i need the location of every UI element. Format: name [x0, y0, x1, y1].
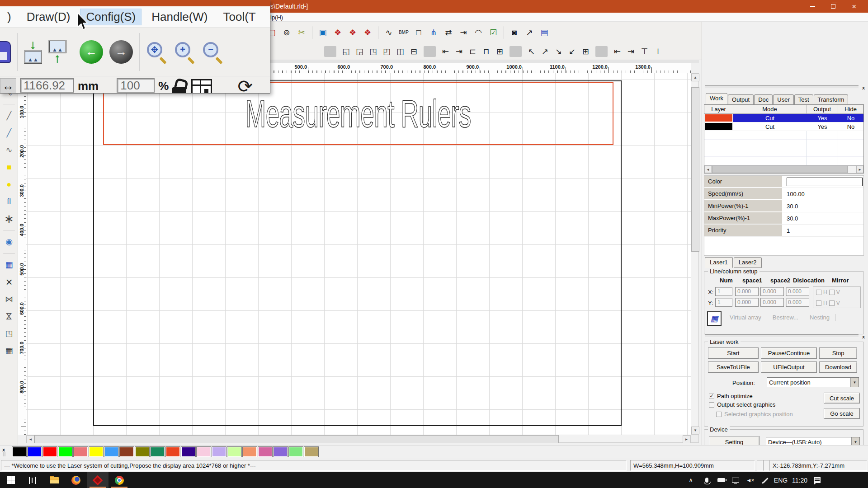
menu-handle[interactable]: Handle(W)	[146, 9, 213, 25]
node-edit-icon[interactable]: ⋔	[427, 26, 440, 39]
laser-checkbox[interactable]: Output select graphics	[709, 401, 775, 408]
preview-monitor-icon[interactable]: ▣	[316, 26, 330, 39]
same-size-icon[interactable]: ⊏	[467, 46, 479, 58]
rect-check-icon[interactable]: □	[412, 26, 425, 39]
menu-tool[interactable]: Tool(T	[218, 9, 261, 25]
center-page-icon[interactable]: ⊞	[494, 46, 506, 58]
y-space2-input[interactable]: 0.000	[760, 298, 784, 307]
laser-pointer-icon[interactable]: ↗	[523, 26, 536, 39]
array-action-button[interactable]: Nesting	[804, 314, 835, 321]
lock-ratio-icon[interactable]	[172, 79, 188, 94]
col-layer[interactable]: Layer	[704, 105, 733, 113]
spacing-h-icon[interactable]: ⇄	[442, 26, 455, 39]
laser-checkbox[interactable]: Path optimize	[709, 393, 753, 399]
palette-swatch[interactable]	[27, 446, 42, 457]
panel-grip-top[interactable]	[705, 85, 859, 89]
polyline-icon[interactable]: ╱	[2, 126, 16, 140]
palette-swatch[interactable]	[304, 446, 319, 457]
panel-tab[interactable]: User	[773, 94, 793, 104]
property-row-color[interactable]: Color	[704, 176, 863, 188]
panel-close-bottom[interactable]: x	[860, 333, 867, 339]
zoom-out-button[interactable]: −	[202, 41, 224, 63]
file-explorer-button[interactable]	[43, 472, 65, 488]
dropdown-arrow-icon[interactable]: ▼	[850, 378, 859, 387]
mirror-left-icon[interactable]: ◱	[340, 46, 352, 58]
anchor-tr-icon[interactable]: ↗	[539, 46, 551, 58]
col-output[interactable]: Output	[807, 105, 838, 113]
pen-tray-button[interactable]	[759, 472, 772, 488]
vertical-scrollbar[interactable]: ▲ ▼	[691, 73, 699, 435]
anchor-br-icon[interactable]: ↘	[552, 46, 565, 58]
property-row[interactable]: Priority 1	[704, 225, 863, 237]
horizontal-scrollbar[interactable]: ◄ ►	[26, 435, 691, 443]
maximize-button[interactable]	[823, 0, 844, 13]
vertical-scroll-thumb[interactable]	[691, 87, 699, 252]
same-height-icon[interactable]: ⇥	[453, 46, 465, 58]
y-dislocation-input[interactable]: 0.000	[786, 298, 809, 307]
position-select[interactable]: Current position ▼	[767, 377, 859, 387]
grid-icon[interactable]: ▦	[2, 258, 16, 272]
projector-icon[interactable]: ◙	[508, 26, 521, 39]
checkbox-icon[interactable]	[709, 402, 714, 408]
palette-swatch[interactable]	[119, 446, 134, 457]
mirror-top-icon[interactable]: ◳	[367, 46, 379, 58]
x-space2-input[interactable]: 0.000	[760, 287, 784, 296]
scroll-down-button[interactable]: ▼	[691, 427, 699, 434]
rect-icon[interactable]: ■	[2, 160, 16, 174]
cap-icon[interactable]: ◠	[472, 26, 485, 39]
mirror-v-y-checkbox[interactable]	[829, 300, 835, 306]
scroll-left-button[interactable]: ◄	[704, 166, 712, 173]
network-tray-button[interactable]	[729, 472, 742, 488]
palette-swatch[interactable]	[58, 446, 73, 457]
mirror-right-icon[interactable]: ◲	[354, 46, 366, 58]
palette-swatch[interactable]	[104, 446, 119, 457]
palette-swatch[interactable]	[227, 446, 242, 457]
property-value[interactable]: 100.00	[782, 188, 863, 200]
mirror-h-x-checkbox[interactable]	[816, 290, 821, 295]
panel-close-top[interactable]: x	[860, 84, 867, 90]
distribute-top-icon[interactable]: ⊤	[638, 46, 651, 58]
palette-swatch[interactable]	[288, 446, 303, 457]
laser-checkbox[interactable]: Selected graphics position	[716, 411, 793, 418]
start-button[interactable]: Start	[708, 347, 759, 359]
rotate-icon[interactable]: ⟳	[237, 77, 253, 94]
y-space1-input[interactable]: 0.000	[735, 298, 759, 307]
chrome-button[interactable]	[108, 472, 130, 488]
palette-swatch[interactable]	[212, 446, 226, 457]
scale-button[interactable]: Go scale	[824, 408, 860, 419]
text-icon[interactable]: fI	[2, 195, 16, 208]
laser-tab[interactable]: Laser1	[705, 257, 733, 268]
panel-tab[interactable]: Output	[728, 94, 754, 104]
palette-grip[interactable]	[3, 452, 5, 456]
center-v-icon[interactable]: ⊟	[408, 46, 420, 58]
panel-tab[interactable]: Doc	[754, 94, 773, 104]
line-icon[interactable]: ╱	[2, 109, 16, 122]
y-num-input[interactable]: 1	[715, 298, 732, 307]
checkbox-icon[interactable]	[716, 412, 722, 417]
scroll-left-button[interactable]: ◄	[27, 435, 34, 443]
zoom-pan-button[interactable]: ✥	[146, 41, 168, 63]
property-row[interactable]: MaxPower(%)-1 30.0	[704, 212, 863, 225]
volume-muted-button[interactable]: ◄×	[743, 472, 757, 488]
width-input[interactable]: 1166.92	[20, 78, 74, 93]
curve-smooth-icon[interactable]: ∿	[382, 26, 396, 39]
layer-color-swatch[interactable]	[705, 123, 732, 130]
layer-scroll-thumb[interactable]	[712, 166, 848, 173]
mirror-v-x-checkbox[interactable]	[829, 290, 835, 295]
tray-expand-button[interactable]: ∧	[684, 472, 698, 488]
battery-tray-button[interactable]	[714, 472, 728, 488]
menu-help-fragment[interactable]: lp(H)	[270, 14, 283, 21]
menu-draw[interactable]: Draw(D)	[21, 9, 76, 25]
distribute-bottom-icon[interactable]: ⊥	[652, 46, 664, 58]
pause-continue-button[interactable]: Pause/Continue	[761, 347, 817, 359]
clock[interactable]: 11:20	[790, 472, 809, 488]
same-width-icon[interactable]: ⇤	[439, 46, 452, 58]
bmp-icon[interactable]: BMP	[397, 26, 410, 39]
array-copy-icon[interactable]: ▦	[2, 344, 16, 357]
scale-x-input[interactable]: 100	[117, 78, 155, 93]
artwork-text[interactable]: Measurement Rulers	[245, 91, 471, 136]
property-row[interactable]: Speed(mm/s) 100.00	[704, 188, 863, 200]
panel-grip-bottom[interactable]	[705, 334, 859, 338]
distribute-right-icon[interactable]: ⇥	[625, 46, 637, 58]
horizontal-scroll-thumb[interactable]	[34, 435, 559, 443]
